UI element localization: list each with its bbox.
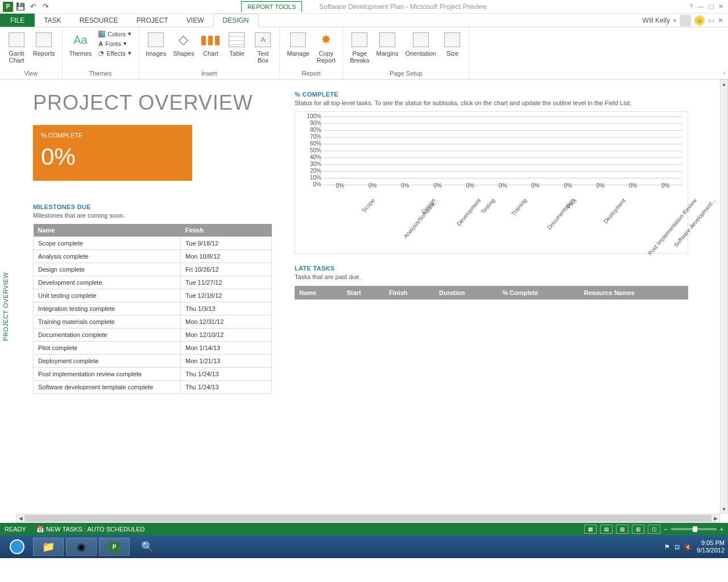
- margins-button[interactable]: Margins: [374, 30, 400, 58]
- view-shortcut-5[interactable]: ◫: [648, 525, 660, 534]
- size-button[interactable]: Size: [440, 30, 464, 58]
- status-newtasks[interactable]: 📅 NEW TASKS : AUTO SCHEDULED: [36, 526, 145, 533]
- scroll-down-icon[interactable]: ▼: [721, 505, 727, 513]
- table-row[interactable]: Unit testing completeTue 12/18/12: [34, 289, 272, 302]
- table-row[interactable]: Integration testing completeThu 1/3/13: [34, 302, 272, 315]
- milestone-finish: Tue 12/18/12: [181, 289, 272, 302]
- taskbar-magnifier[interactable]: 🔍: [132, 538, 163, 556]
- app-icon: P: [2, 1, 14, 13]
- table-row[interactable]: Analysis completeMon 10/8/12: [34, 250, 272, 263]
- tray-flag-icon[interactable]: ⚑: [664, 543, 670, 551]
- manage-button[interactable]: Manage: [284, 30, 312, 58]
- table-button[interactable]: Table: [225, 30, 249, 58]
- milestone-name: Design complete: [34, 263, 181, 276]
- tray-network-icon[interactable]: ⊡: [675, 543, 680, 551]
- statusbar: READY 📅 NEW TASKS : AUTO SCHEDULED ▦ ▤ ▧…: [0, 523, 728, 535]
- fonts-button[interactable]: AFonts ▾: [96, 39, 134, 48]
- zoom-out-icon[interactable]: −: [664, 526, 667, 533]
- table-row[interactable]: Training materials completeMon 12/31/12: [34, 315, 272, 329]
- group-label-page: Page Setup: [348, 70, 464, 78]
- milestone-name: Pilot complete: [34, 342, 181, 355]
- view-shortcut-4[interactable]: ▥: [632, 525, 644, 534]
- save-icon[interactable]: 💾: [15, 1, 26, 13]
- zoom-in-icon[interactable]: +: [720, 526, 723, 533]
- view-shortcut-2[interactable]: ▤: [600, 525, 613, 534]
- report-canvas-wrap: PROJECT OVERVIEW PROJECT OVERVIEW % COMP…: [0, 80, 728, 523]
- table-row[interactable]: Documentation completeMon 12/10/12: [34, 329, 272, 342]
- colors-button[interactable]: Colors ▾: [96, 30, 134, 38]
- milestone-name: Software development template complete: [34, 381, 181, 394]
- late-col-duration: Duration: [435, 286, 498, 300]
- avatar[interactable]: [680, 15, 691, 26]
- table-row[interactable]: Development completeTue 11/27/12: [34, 276, 272, 289]
- help-icon[interactable]: ?: [689, 3, 693, 10]
- close-icon[interactable]: ✕: [718, 3, 723, 10]
- table-row[interactable]: Scope completeTue 9/18/12: [34, 237, 272, 250]
- pct-complete-chart[interactable]: 100%90%80%70%60%50%40%30%20%10%0% 0%0%0%…: [295, 111, 688, 253]
- tab-file[interactable]: FILE: [0, 14, 35, 27]
- taskbar-ie[interactable]: [3, 538, 31, 556]
- view-side-tab[interactable]: PROJECT OVERVIEW: [2, 272, 9, 341]
- scroll-up-icon[interactable]: ▲: [721, 80, 727, 88]
- report-title[interactable]: PROJECT OVERVIEW: [33, 91, 272, 115]
- pct-complete-desc: Status for all top-level tasks. To see t…: [295, 99, 688, 107]
- scroll-left-icon[interactable]: ◀: [16, 514, 24, 522]
- milestone-finish: Mon 1/14/13: [181, 342, 272, 355]
- close-document-icon[interactable]: ✕: [718, 16, 723, 24]
- minimize-icon[interactable]: —: [697, 3, 704, 10]
- scroll-thumb[interactable]: [24, 515, 712, 522]
- table-row[interactable]: Pilot completeMon 1/14/13: [34, 342, 272, 355]
- group-label-insert: Insert: [143, 70, 275, 78]
- table-row[interactable]: Post implementation review completeThu 1…: [34, 368, 272, 381]
- gantt-chart-button[interactable]: GanttChart: [5, 30, 28, 65]
- tab-task[interactable]: TASK: [35, 14, 70, 27]
- chart-button[interactable]: ▮▮▮Chart: [198, 30, 222, 58]
- themes-button[interactable]: AaThemes: [67, 30, 94, 58]
- view-shortcut-1[interactable]: ▦: [584, 525, 597, 534]
- tray-volume-icon[interactable]: 🔇: [684, 543, 692, 551]
- scroll-right-icon[interactable]: ▶: [712, 514, 719, 522]
- kpi-complete[interactable]: % COMPLETE 0%: [33, 125, 192, 181]
- tab-view[interactable]: VIEW: [177, 14, 213, 27]
- view-shortcut-3[interactable]: ▧: [616, 525, 628, 534]
- group-themes: AaThemes Colors ▾ AFonts ▾ ◔Effects ▾ Th…: [63, 27, 139, 79]
- copy-report-button[interactable]: ✸CopyReport: [314, 30, 338, 65]
- milestones-table[interactable]: Name Finish Scope completeTue 9/18/12Ana…: [33, 224, 272, 394]
- table-row[interactable]: Design completeFri 10/26/12: [34, 263, 272, 276]
- orientation-button[interactable]: Orientation: [403, 30, 439, 58]
- ribbon: GanttChart Reports View AaThemes Colors …: [0, 27, 728, 80]
- taskbar-project[interactable]: P: [99, 538, 130, 556]
- table-row[interactable]: Deployment completeMon 1/21/13: [34, 355, 272, 368]
- tray-clock[interactable]: 9:05 PM 9/13/2012: [697, 539, 725, 554]
- shapes-button[interactable]: ◇Shapes: [171, 30, 196, 58]
- report-canvas[interactable]: PROJECT OVERVIEW % COMPLETE 0% MILESTONE…: [16, 80, 728, 523]
- taskbar-chrome[interactable]: ◉: [66, 538, 97, 556]
- tab-resource[interactable]: RESOURCE: [71, 14, 127, 27]
- redo-icon[interactable]: ↷: [40, 1, 51, 13]
- late-col-res: Resource Names: [580, 286, 688, 300]
- user-name[interactable]: Will Kelly: [642, 16, 670, 24]
- textbox-button[interactable]: ATextBox: [251, 30, 275, 65]
- collapse-ribbon-icon[interactable]: ˄: [723, 72, 726, 78]
- milestone-name: Unit testing complete: [34, 289, 181, 302]
- late-tasks-table[interactable]: Name Start Finish Duration % Complete Re…: [295, 286, 688, 300]
- quick-access-toolbar: P 💾 ↶ ↷: [0, 1, 53, 13]
- restore-window-icon[interactable]: ▭: [708, 16, 714, 24]
- milestone-name: Scope complete: [34, 237, 181, 250]
- reports-button[interactable]: Reports: [31, 30, 57, 58]
- feedback-icon[interactable]: ☺: [694, 15, 705, 26]
- page-breaks-button[interactable]: PageBreaks: [348, 30, 371, 65]
- table-row[interactable]: Software development template completeTh…: [34, 381, 272, 394]
- maximize-icon[interactable]: ▢: [708, 3, 714, 10]
- zoom-slider[interactable]: [671, 528, 717, 530]
- milestone-name: Development complete: [34, 276, 181, 289]
- horizontal-scrollbar[interactable]: ◀ ▶: [16, 514, 720, 523]
- effects-button[interactable]: ◔Effects ▾: [96, 49, 134, 57]
- milestone-name: Deployment complete: [34, 355, 181, 368]
- undo-icon[interactable]: ↶: [27, 1, 39, 13]
- tab-design[interactable]: DESIGN: [213, 14, 259, 27]
- taskbar-explorer[interactable]: 📁: [33, 538, 64, 556]
- tab-project[interactable]: PROJECT: [127, 14, 177, 27]
- vertical-scrollbar[interactable]: ▲ ▼: [720, 80, 728, 514]
- images-button[interactable]: Images: [143, 30, 168, 58]
